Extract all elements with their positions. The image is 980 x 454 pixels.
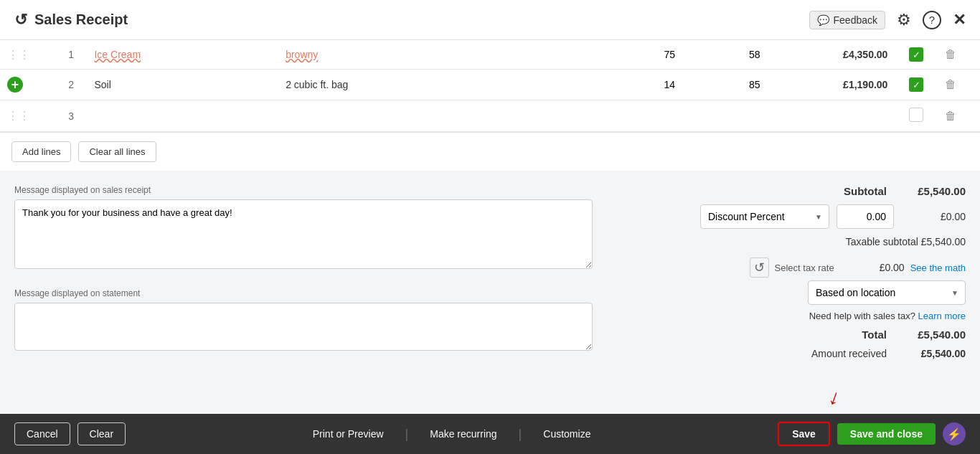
subtotal-value: £5,540.00 <box>901 185 966 197</box>
discount-type-select[interactable]: Discount Percent Discount Value <box>700 204 829 229</box>
amount-received-value: £5,540.00 <box>901 348 966 359</box>
see-math-link[interactable]: See the math <box>910 263 966 273</box>
statement-message-input[interactable] <box>14 303 593 351</box>
header-icons: 💬 Feedback ⚙ ? ✕ <box>809 11 966 29</box>
print-preview-button[interactable]: Print or Preview <box>313 428 384 440</box>
feedback-label: Feedback <box>834 14 877 26</box>
line-items-table-container: ⋮⋮ 1 Ice Cream browny £4,350.00 ✓ 🗑 + 2 <box>0 40 980 133</box>
save-button[interactable]: Save <box>778 422 830 446</box>
lower-section: Message displayed on sales receipt Messa… <box>0 171 980 374</box>
learn-more-link[interactable]: Learn more <box>918 311 966 321</box>
table-actions: Add lines Clear all lines <box>0 133 980 171</box>
history-icon: ↺ <box>14 11 27 29</box>
rate-input[interactable] <box>717 79 760 90</box>
tax-location-select-wrapper: Based on location Custom rate <box>808 280 966 305</box>
select-tax-rate-row: ↺ Select tax rate £0.00 See the math <box>621 257 966 278</box>
description[interactable]: browny <box>286 49 318 60</box>
taxable-subtotal-text: Taxable subtotal £5,540.00 <box>846 236 966 247</box>
table-row: + 2 Soil 2 cubic ft. bag £1,190.00 ✓ 🗑 <box>0 70 980 100</box>
qty-input[interactable] <box>632 79 675 90</box>
save-and-close-button[interactable]: Save and close <box>837 423 936 445</box>
total-label: Total <box>862 328 887 341</box>
product-name[interactable]: Soil <box>94 79 110 90</box>
line-items-table: ⋮⋮ 1 Ice Cream browny £4,350.00 ✓ 🗑 + 2 <box>0 40 980 132</box>
sales-receipt-message-input[interactable] <box>14 199 593 269</box>
page-title: Sales Receipt <box>34 11 128 28</box>
customize-button[interactable]: Customize <box>543 428 590 440</box>
header: ↺ Sales Receipt 💬 Feedback ⚙ ? ✕ <box>0 0 980 40</box>
discount-row: Discount Percent Discount Value £0.00 <box>621 204 966 229</box>
amount: £1,190.00 <box>843 79 887 90</box>
total-value: £5,540.00 <box>901 328 966 341</box>
help-icon[interactable]: ? <box>923 11 941 29</box>
feedback-icon: 💬 <box>817 14 829 26</box>
close-icon[interactable]: ✕ <box>953 11 966 29</box>
select-tax-label: Select tax rate <box>775 263 834 273</box>
row-number: 1 <box>68 49 74 60</box>
subtotal-label: Subtotal <box>844 185 887 197</box>
drag-handle-icon[interactable]: ⋮⋮ <box>7 49 30 61</box>
amount: £4,350.00 <box>843 49 887 60</box>
sales-receipt-message-label: Message displayed on sales receipt <box>14 185 593 195</box>
taxable-checkbox[interactable]: ✓ <box>909 77 923 92</box>
footer-center: Print or Preview | Make recurring | Cust… <box>137 427 766 442</box>
footer-left: Cancel Clear <box>14 422 126 445</box>
tax-location-select[interactable]: Based on location Custom rate <box>808 280 966 305</box>
header-title: ↺ Sales Receipt <box>14 11 809 29</box>
add-lines-button[interactable]: Add lines <box>11 141 71 162</box>
rate-input[interactable] <box>717 49 760 60</box>
product-name[interactable]: Ice Cream <box>94 49 141 60</box>
divider-1: | <box>405 427 409 442</box>
taxable-subtotal-row: Taxable subtotal £5,540.00 <box>621 236 966 247</box>
qty-input[interactable] <box>632 49 675 60</box>
amount-received-label: Amount received <box>811 348 887 359</box>
add-row-icon[interactable]: + <box>7 77 23 93</box>
row-number: 2 <box>68 79 74 90</box>
footer: ↓ Cancel Clear Print or Preview | Make r… <box>0 414 980 454</box>
help-text-row: Need help with sales tax? Learn more <box>621 311 966 321</box>
clear-all-lines-button[interactable]: Clear all lines <box>78 141 156 162</box>
delete-row-icon[interactable]: 🗑 <box>945 78 956 90</box>
right-section: Subtotal £5,540.00 Discount Percent Disc… <box>621 185 966 366</box>
footer-right: Save Save and close ⚡ <box>778 422 966 446</box>
statement-message-label: Message displayed on statement <box>14 288 593 298</box>
delete-row-icon[interactable]: 🗑 <box>945 48 956 60</box>
discount-select-wrapper: Discount Percent Discount Value <box>700 204 829 229</box>
make-recurring-button[interactable]: Make recurring <box>430 428 496 440</box>
taxable-checkbox[interactable] <box>909 108 923 122</box>
table-row: ⋮⋮ 3 🗑 <box>0 100 980 132</box>
app-icon: ⚡ <box>943 422 966 445</box>
reset-tax-icon[interactable]: ↺ <box>750 257 769 278</box>
taxable-checkbox[interactable]: ✓ <box>909 47 923 62</box>
amount-received-row: Amount received £5,540.00 <box>621 348 966 359</box>
main-content: ⋮⋮ 1 Ice Cream browny £4,350.00 ✓ 🗑 + 2 <box>0 40 980 414</box>
settings-icon[interactable]: ⚙ <box>897 11 911 29</box>
discount-value-input[interactable] <box>837 204 894 229</box>
cancel-button[interactable]: Cancel <box>14 422 70 445</box>
drag-handle-icon[interactable]: ⋮⋮ <box>7 110 30 122</box>
clear-button[interactable]: Clear <box>77 422 126 445</box>
left-section: Message displayed on sales receipt Messa… <box>14 185 621 366</box>
discount-amount: £0.00 <box>901 211 966 222</box>
table-row: ⋮⋮ 1 Ice Cream browny £4,350.00 ✓ 🗑 <box>0 40 980 70</box>
divider-2: | <box>519 427 522 442</box>
help-text: Need help with sales tax? <box>809 311 915 321</box>
subtotal-row: Subtotal £5,540.00 <box>621 185 966 197</box>
description[interactable]: 2 cubic ft. bag <box>286 79 348 90</box>
tax-location-row: Based on location Custom rate <box>621 280 966 305</box>
row-number: 3 <box>68 110 74 122</box>
feedback-button[interactable]: 💬 Feedback <box>809 11 885 29</box>
total-row: Total £5,540.00 <box>621 328 966 341</box>
tax-amount: £0.00 <box>840 262 905 273</box>
delete-row-icon[interactable]: 🗑 <box>945 110 956 122</box>
